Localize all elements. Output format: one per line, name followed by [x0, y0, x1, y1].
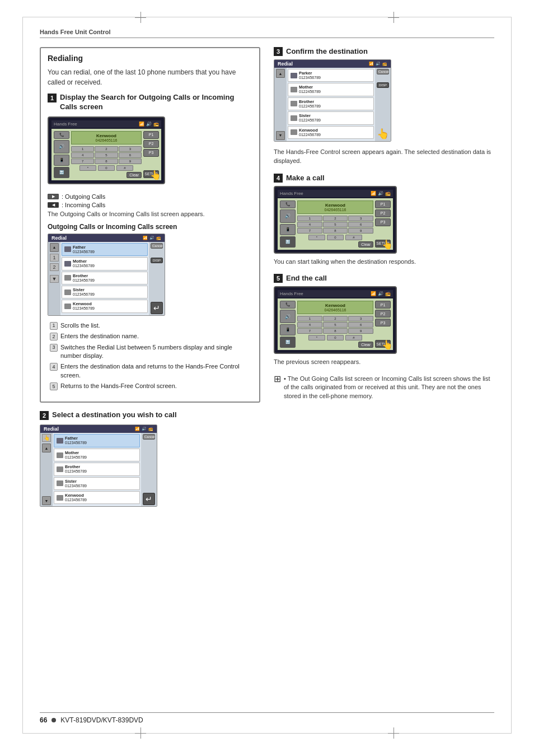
step4-title: Make a call [286, 174, 325, 182]
key-3[interactable]: 3 [119, 146, 142, 152]
redial-item2-father[interactable]: Father 0123456789 [54, 434, 140, 447]
hf-l4-btn1[interactable]: 📞 [280, 200, 296, 208]
list-num-4: 4 [50, 363, 58, 371]
key-6[interactable]: 6 [119, 152, 142, 158]
scroll-up-btn[interactable]: ▲ [50, 243, 59, 252]
p3-btn[interactable]: P3 [143, 149, 159, 157]
k5-6[interactable]: 6 [348, 322, 373, 328]
key-9[interactable]: 9 [119, 158, 142, 164]
step3-title: Confirm the destination [286, 47, 368, 55]
p2-btn-5[interactable]: P2 [375, 310, 391, 318]
step5-title: End the call [286, 274, 327, 282]
scroll-up-btn-2[interactable]: ▲ [42, 444, 51, 452]
enter-btn-r1[interactable]: ↵ [151, 302, 163, 314]
key-0[interactable]: 0 [98, 165, 115, 171]
cancel-btn-r1[interactable]: Cancel [151, 243, 163, 249]
p2-btn-4[interactable]: P2 [375, 209, 391, 217]
p3-btn-4[interactable]: P3 [375, 218, 391, 226]
incoming-badge: ◀ [48, 202, 59, 208]
footer-bullet [51, 718, 56, 722]
redial-screen-1: Redial 📶🔊📻 ▲ 1 2 ▼ [48, 234, 165, 316]
redial-item-father[interactable]: Father 0123456789 [62, 243, 148, 256]
hf-l5-btn2[interactable]: 📱 [280, 324, 296, 335]
hf-left-btn-3[interactable]: 🔙 [54, 167, 69, 178]
hf-left-btn-1[interactable]: 📞 [54, 131, 69, 139]
key-4[interactable]: 4 [71, 152, 94, 158]
redial-item-brother[interactable]: Brother 0123456789 [62, 272, 148, 284]
key-5[interactable]: 5 [95, 152, 118, 158]
scroll-dn-3[interactable]: ▼ [276, 131, 285, 140]
enter-btn-r2[interactable]: ↵ [143, 493, 155, 505]
key-1[interactable]: 1 [71, 146, 94, 152]
note-icon: ⊞ [274, 375, 281, 400]
cancel-btn-r2[interactable]: Cancel [143, 434, 155, 440]
clear-btn-4[interactable]: Clear [358, 241, 373, 248]
key-hash[interactable]: # [116, 165, 133, 171]
p1-btn[interactable]: P1 [143, 131, 159, 139]
k5-star[interactable]: * [308, 335, 325, 340]
k4-star[interactable]: * [308, 235, 325, 240]
disp-btn-r3[interactable]: DISP [377, 82, 389, 88]
key-2[interactable]: 2 [95, 146, 118, 152]
redial-item-mother[interactable]: Mother 0123456789 [62, 257, 148, 270]
step3-desc: The Hands-Free Control screen appears ag… [274, 147, 494, 166]
confirm-father[interactable]: Parker0123456789 [288, 69, 374, 82]
k4-3[interactable]: 3 [348, 216, 373, 221]
k4-2[interactable]: 2 [323, 216, 348, 221]
k5-8[interactable]: 8 [323, 328, 348, 334]
hf-l4-btn3[interactable]: 🔙 [280, 236, 296, 248]
k4-5[interactable]: 5 [323, 222, 348, 227]
confirm-kenwood[interactable]: Kenwood0122456789 [288, 126, 374, 139]
k4-hash[interactable]: # [345, 235, 362, 240]
k4-4[interactable]: 4 [297, 222, 322, 227]
p2-btn[interactable]: P2 [143, 140, 159, 148]
confirm-mother[interactable]: Mother0122456789 [288, 83, 374, 96]
scroll-dn-btn-2[interactable]: ▼ [42, 496, 51, 505]
key-star[interactable]: * [79, 165, 96, 171]
numbered-list: 1 Scrolls the list. 2 Enters the destina… [50, 321, 252, 391]
p3-btn-5[interactable]: P3 [375, 319, 391, 326]
k4-0[interactable]: 0 [327, 235, 344, 240]
redial-item-kenwood[interactable]: Kenwood 0123456789 [62, 300, 148, 312]
hf-left-btn-2[interactable]: 📱 [54, 155, 69, 166]
k5-7[interactable]: 7 [297, 328, 322, 334]
redial-item2-mother[interactable]: Mother 0123456789 [54, 449, 140, 461]
hf-l4-btn2[interactable]: 📱 [280, 224, 296, 235]
k5-4[interactable]: 4 [297, 322, 322, 328]
p1-btn-5[interactable]: P1 [375, 301, 391, 309]
p1-btn-4[interactable]: P1 [375, 200, 391, 208]
k4-9[interactable]: 9 [348, 228, 373, 234]
key-7[interactable]: 7 [71, 158, 94, 164]
hf-screen-step4: Hands Free 📶🔊📻 📞 🔊 📱 🔙 Kenwood [274, 186, 397, 254]
hf-l5-btn3[interactable]: 🔙 [280, 337, 296, 348]
k4-6[interactable]: 6 [348, 222, 373, 227]
k5-0[interactable]: 0 [327, 335, 344, 340]
k4-1[interactable]: 1 [297, 216, 322, 221]
k5-hash[interactable]: # [345, 335, 362, 340]
k5-9[interactable]: 9 [348, 328, 373, 334]
hf-l5-btn1[interactable]: 📞 [280, 301, 296, 309]
hf-device-screen-step1: Hands Free 📶🔊📻 📞 🔊 📱 [48, 116, 165, 184]
redial-item2-sister[interactable]: Sister 0123456789 [54, 477, 140, 490]
k5-3[interactable]: 3 [348, 316, 373, 321]
k4-8[interactable]: 8 [323, 228, 348, 234]
k5-5[interactable]: 5 [323, 322, 348, 328]
redial-item-sister[interactable]: Sister 0123456789 [62, 286, 148, 298]
list-text-4: Enters the destination data and returns … [60, 362, 252, 380]
k5-1[interactable]: 1 [297, 316, 322, 321]
confirm-brother[interactable]: Brother0122456789 [288, 97, 374, 110]
disp-btn[interactable]: DISP [151, 258, 163, 263]
redial-item2-kenwood[interactable]: Kenwood 0123456789 [54, 491, 140, 504]
confirm-sister[interactable]: Sister0122456789 [288, 111, 374, 124]
clear-btn[interactable]: Clear [127, 172, 142, 178]
cancel-btn-r3[interactable]: Cancel [377, 69, 389, 74]
k5-2[interactable]: 2 [323, 316, 348, 321]
key-8[interactable]: 8 [95, 158, 118, 164]
outgoing-screen-title: Outgoing Calls or Incoming Calls screen [48, 223, 252, 231]
clear-btn-5[interactable]: Clear [358, 342, 373, 348]
redial-item2-brother[interactable]: Brother 0123456789 [54, 463, 140, 475]
k4-7[interactable]: 7 [297, 228, 322, 234]
step3-num: 3 [274, 47, 283, 56]
scroll-up-3[interactable]: ▲ [276, 69, 285, 78]
list-num-2: 2 [50, 333, 58, 340]
